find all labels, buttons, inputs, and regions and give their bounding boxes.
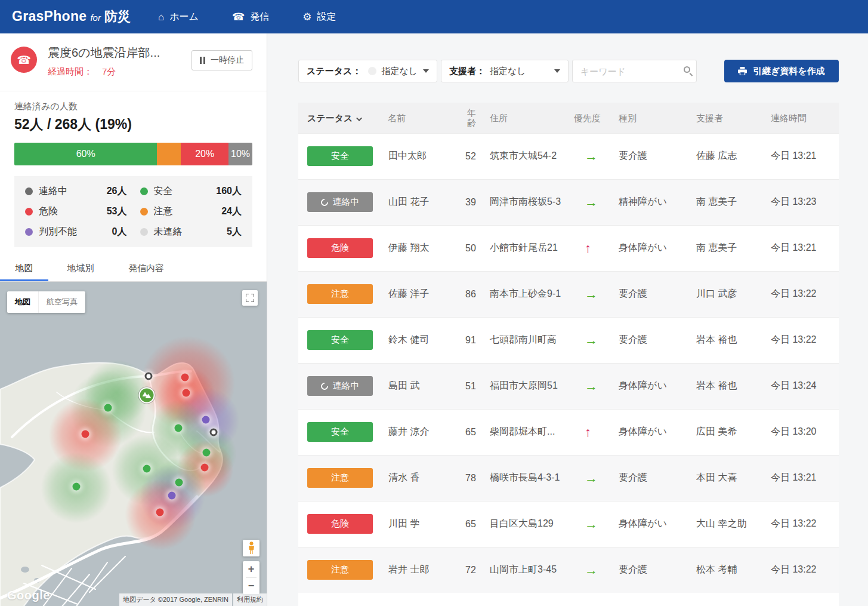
app-logo[interactable]: GrasPhone for 防災 xyxy=(12,8,131,26)
pegman-icon xyxy=(248,542,255,555)
table-row[interactable]: 連絡中 島田 武 51 福田市大原岡51 身体障がい 岩本 裕也 今日 13:2… xyxy=(298,363,839,409)
table-next-row-blank xyxy=(298,593,839,606)
uncontacted-marker[interactable] xyxy=(145,373,153,380)
keyword-search-input[interactable] xyxy=(572,60,697,82)
person-address: 山岡市上町3-45 xyxy=(484,547,574,593)
sort-chevron-icon xyxy=(357,115,363,121)
uncontacted-marker[interactable] xyxy=(210,429,218,436)
nav-item-label: 設定 xyxy=(317,11,336,23)
chevron-down-icon xyxy=(423,69,429,73)
brand-for: for xyxy=(90,13,101,23)
person-age: 72 xyxy=(465,547,484,593)
zoom-in-button[interactable]: + xyxy=(243,561,260,577)
nav-item-settings[interactable]: ⚙ 設定 xyxy=(302,11,336,23)
status-filter-label: ステータス： xyxy=(307,66,361,77)
safe-marker[interactable] xyxy=(104,404,112,412)
status-filter-dropdown[interactable]: ステータス： 指定なし xyxy=(298,60,437,82)
safe-marker[interactable] xyxy=(73,483,81,491)
person-name: 山田 花子 xyxy=(388,179,465,225)
pause-icon xyxy=(200,57,205,64)
danger-marker[interactable] xyxy=(156,509,164,516)
map-type-satellite-button[interactable]: 航空写真 xyxy=(39,291,85,313)
person-name: 鈴木 健司 xyxy=(388,317,465,363)
status-badge: 危険 xyxy=(307,514,373,534)
pegman-button[interactable] xyxy=(243,540,260,556)
legend-dot-icon xyxy=(25,208,33,216)
map-zoom-control: + − xyxy=(243,561,260,594)
danger-marker[interactable] xyxy=(201,464,209,472)
person-name: 清水 香 xyxy=(388,455,465,501)
status-badge: 連絡中 xyxy=(307,376,373,396)
status-badge-label: 危険 xyxy=(331,242,349,254)
contact-time: 今日 13:22 xyxy=(771,501,839,547)
header-name: 名前 xyxy=(388,103,465,133)
safe-marker[interactable] xyxy=(143,465,151,473)
person-type: 要介護 xyxy=(616,455,696,501)
zoom-out-button[interactable]: − xyxy=(243,578,260,594)
tab-by-region[interactable]: 地域別 xyxy=(48,258,113,281)
terms-link[interactable]: 利用規約 xyxy=(233,593,267,606)
table-row[interactable]: 危険 伊藤 翔太 50 小館市針尾岳21 身体障がい 南 恵美子 今日 13:2… xyxy=(298,225,839,271)
table-row[interactable]: 注意 清水 香 78 橋咲市長島4-3-1 要介護 本田 大喜 今日 13:21 xyxy=(298,455,839,501)
pause-button[interactable]: 一時停止 xyxy=(191,50,252,70)
supporter-filter-dropdown[interactable]: 支援者： 指定なし xyxy=(441,60,569,82)
nav-items: ⌂ ホーム ☎ 発信 ⚙ 設定 xyxy=(158,11,369,23)
legend-value: 160人 xyxy=(216,185,242,198)
legend-value: 0人 xyxy=(112,226,127,238)
map-data-credit: 地図データ ©2017 Google, ZENRIN xyxy=(119,593,232,606)
shelter-marker[interactable] xyxy=(139,387,155,404)
priority-arrow-icon xyxy=(585,334,598,347)
create-handover-button[interactable]: 引継ぎ資料を作成 xyxy=(724,60,839,82)
danger-marker[interactable] xyxy=(183,389,190,397)
safe-marker[interactable] xyxy=(203,449,211,457)
person-address: 七頭郡南川町高 xyxy=(484,317,574,363)
nav-item-call[interactable]: ☎ 発信 xyxy=(232,11,269,23)
table-row[interactable]: 注意 佐藤 洋子 86 南本市上砂金9-1 要介護 川口 武彦 今日 13:22 xyxy=(298,271,839,317)
person-type: 身体障がい xyxy=(616,501,696,547)
printer-icon xyxy=(738,67,747,75)
supporter-filter-value: 指定なし xyxy=(490,66,526,77)
safe-marker[interactable] xyxy=(175,479,183,487)
table-row[interactable]: 危険 川田 学 65 目白区大島129 身体障がい 大山 幸之助 今日 13:2… xyxy=(298,501,839,547)
status-badge-label: 連絡中 xyxy=(333,380,360,392)
tab-call-content[interactable]: 発信内容 xyxy=(113,258,180,281)
priority-arrow-icon xyxy=(585,242,591,255)
legend-dot-icon xyxy=(140,208,148,216)
person-name: 田中太郎 xyxy=(388,133,465,179)
person-address: 南本市上砂金9-1 xyxy=(484,271,574,317)
map-type-map-button[interactable]: 地図 xyxy=(7,291,39,313)
danger-marker[interactable] xyxy=(82,430,89,438)
nav-item-home[interactable]: ⌂ ホーム xyxy=(158,11,199,23)
person-type: 要介護 xyxy=(616,547,696,593)
status-badge: 危険 xyxy=(307,238,373,258)
priority-arrow-icon xyxy=(585,150,598,163)
table-row[interactable]: 連絡中 山田 花子 39 岡津市南桜坂5-3 精神障がい 南 恵美子 今日 13… xyxy=(298,179,839,225)
person-address: 岡津市南桜坂5-3 xyxy=(484,179,574,225)
map-attribution: 地図データ ©2017 Google, ZENRIN 利用規約 xyxy=(119,593,267,606)
unknown-marker[interactable] xyxy=(202,416,210,424)
person-name: 藤井 涼介 xyxy=(388,409,465,455)
map-type-control: 地図 航空写真 xyxy=(7,291,85,313)
safe-marker[interactable] xyxy=(175,424,183,432)
header-status[interactable]: ステータス xyxy=(298,103,388,133)
danger-marker[interactable] xyxy=(181,374,189,382)
elapsed-time: 経過時間：7分 xyxy=(48,66,116,78)
status-badge: 安全 xyxy=(307,330,373,350)
table-row[interactable]: 安全 田中太郎 52 筑東市大城54-2 要介護 佐藤 広志 今日 13:21 xyxy=(298,133,839,179)
fullscreen-button[interactable] xyxy=(242,290,258,306)
gear-icon: ⚙ xyxy=(302,12,311,22)
unknown-marker[interactable] xyxy=(168,492,176,500)
table-row[interactable]: 安全 藤井 涼介 65 柴岡郡堀本町... 身体障がい 広田 美希 今日 13:… xyxy=(298,409,839,455)
nav-item-label: ホーム xyxy=(169,11,199,23)
person-age: 78 xyxy=(465,455,484,501)
progress-count: 52人 / 268人 (19%) xyxy=(14,115,252,134)
priority-arrow-icon xyxy=(585,518,598,531)
tab-map[interactable]: 地図 xyxy=(0,258,48,281)
legend-label: 注意 xyxy=(154,205,222,218)
person-name: 岩井 士郎 xyxy=(388,547,465,593)
table-row[interactable]: 注意 岩井 士郎 72 山岡市上町3-45 要介護 松本 考輔 今日 13:22 xyxy=(298,547,839,593)
status-badge-label: 安全 xyxy=(331,150,349,162)
table-row[interactable]: 安全 鈴木 健司 91 七頭郡南川町高 要介護 岩本 裕也 今日 13:22 xyxy=(298,317,839,363)
map-canvas[interactable]: 地図 航空写真 + − Google 地図データ ©2017 Google, Z… xyxy=(0,282,267,606)
legend-label: 未連絡 xyxy=(154,226,227,238)
